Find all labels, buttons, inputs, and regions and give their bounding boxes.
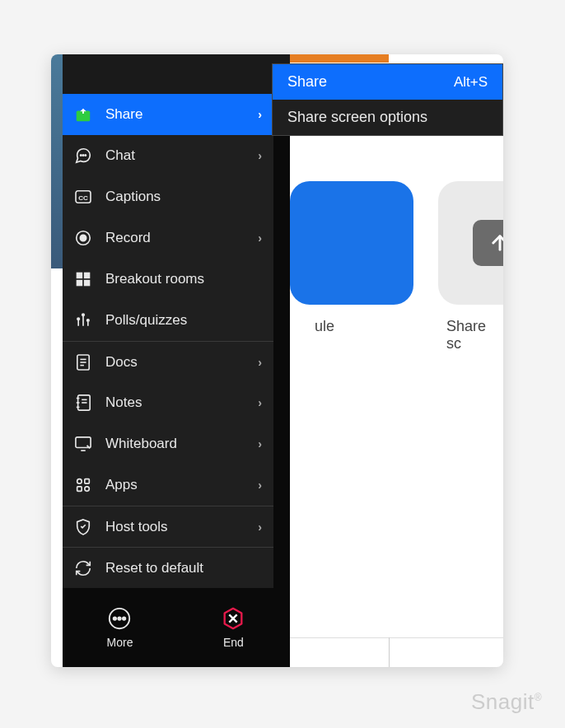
svg-point-3 [85, 155, 86, 156]
svg-point-1 [81, 155, 82, 156]
menu-item-notes[interactable]: Notes › [63, 382, 273, 423]
menu-item-host-tools[interactable]: Host tools › [63, 506, 273, 547]
dark-top-strip [63, 54, 290, 94]
shield-icon [74, 518, 92, 536]
share-screen-tile[interactable] [438, 181, 503, 305]
menu-item-docs[interactable]: Docs › [63, 341, 273, 382]
screenshot-frame: ule Share sc Share › Chat › [51, 54, 503, 667]
chevron-right-icon: › [258, 396, 262, 409]
snagit-watermark: Snagit® [471, 689, 542, 715]
svg-point-17 [87, 320, 90, 322]
svg-rect-32 [77, 487, 82, 492]
chevron-right-icon: › [258, 520, 262, 534]
submenu-label: Share [287, 73, 327, 91]
more-label: More [107, 636, 133, 649]
captions-icon: CC [74, 188, 92, 206]
menu-label: Chat [105, 147, 258, 164]
menu-item-share[interactable]: Share › [63, 94, 273, 135]
schedule-label-partial: ule [315, 318, 334, 335]
chevron-right-icon: › [258, 478, 262, 492]
svg-rect-10 [77, 280, 83, 287]
svg-rect-8 [77, 273, 83, 279]
chevron-right-icon: › [258, 108, 262, 121]
whiteboard-icon [74, 435, 92, 453]
menu-label: Notes [105, 394, 258, 411]
end-icon [221, 606, 245, 631]
svg-point-36 [119, 617, 121, 619]
menu-label: Polls/quizzes [105, 312, 262, 329]
svg-point-30 [77, 479, 82, 484]
svg-rect-31 [85, 479, 90, 484]
keyboard-shortcut: Alt+S [454, 74, 488, 91]
svg-rect-9 [84, 273, 91, 279]
svg-point-15 [77, 318, 80, 320]
docs-icon [74, 353, 92, 371]
submenu-item-share-options[interactable]: Share screen options [273, 100, 502, 135]
menu-item-chat[interactable]: Chat › [63, 135, 273, 176]
svg-point-2 [82, 155, 83, 156]
menu-label: Breakout rooms [105, 271, 262, 287]
record-icon [74, 229, 92, 247]
menu-label: Reset to default [105, 560, 262, 576]
share-screen-label-partial: Share sc [446, 318, 503, 352]
menu-label: Captions [105, 189, 262, 205]
video-edge [51, 54, 63, 268]
menu-label: Record [105, 230, 258, 246]
more-icon [107, 606, 132, 631]
menu-label: Whiteboard [105, 436, 258, 452]
menu-label: Docs [105, 354, 258, 371]
reset-icon [74, 559, 92, 577]
chevron-right-icon: › [258, 231, 262, 245]
chat-icon [74, 147, 92, 165]
menu-item-polls[interactable]: Polls/quizzes [63, 300, 273, 341]
svg-rect-11 [84, 280, 91, 287]
svg-point-16 [82, 314, 85, 316]
share-icon [74, 105, 92, 124]
svg-point-37 [123, 617, 125, 619]
menu-item-apps[interactable]: Apps › [63, 464, 273, 506]
bottom-bar-divider [389, 637, 390, 667]
chevron-right-icon: › [258, 437, 262, 450]
menu-item-breakout-rooms[interactable]: Breakout rooms [63, 259, 273, 300]
submenu-label: Share screen options [287, 109, 427, 126]
bottom-bar [290, 637, 503, 667]
menu-label: Apps [105, 477, 258, 493]
share-submenu: Share Alt+S Share screen options [272, 63, 503, 136]
submenu-item-share[interactable]: Share Alt+S [273, 64, 502, 100]
dark-right-strip [273, 94, 290, 629]
orange-accent [290, 54, 389, 63]
menu-item-reset[interactable]: Reset to default [63, 547, 273, 588]
menu-label: Share [105, 106, 258, 123]
more-button[interactable]: More [107, 606, 133, 649]
menu-label: Host tools [105, 519, 258, 535]
chevron-right-icon: › [258, 356, 262, 369]
end-label: End [223, 636, 244, 649]
menu-item-captions[interactable]: CC Captions [63, 176, 273, 217]
breakout-rooms-icon [74, 270, 92, 288]
svg-point-33 [85, 487, 90, 492]
notes-icon [74, 394, 92, 412]
schedule-tile[interactable] [290, 181, 413, 305]
svg-point-7 [80, 235, 86, 240]
meeting-toolbar: More End [63, 588, 290, 667]
polls-icon [74, 311, 92, 329]
upload-icon [473, 220, 503, 266]
more-menu: Share › Chat › CC Captions [63, 94, 273, 588]
end-button[interactable]: End [221, 606, 245, 649]
svg-text:CC: CC [78, 194, 88, 202]
menu-item-whiteboard[interactable]: Whiteboard › [63, 423, 273, 464]
chevron-right-icon: › [258, 149, 262, 162]
svg-point-35 [114, 617, 116, 619]
menu-item-record[interactable]: Record › [63, 217, 273, 259]
apps-icon [74, 476, 92, 494]
